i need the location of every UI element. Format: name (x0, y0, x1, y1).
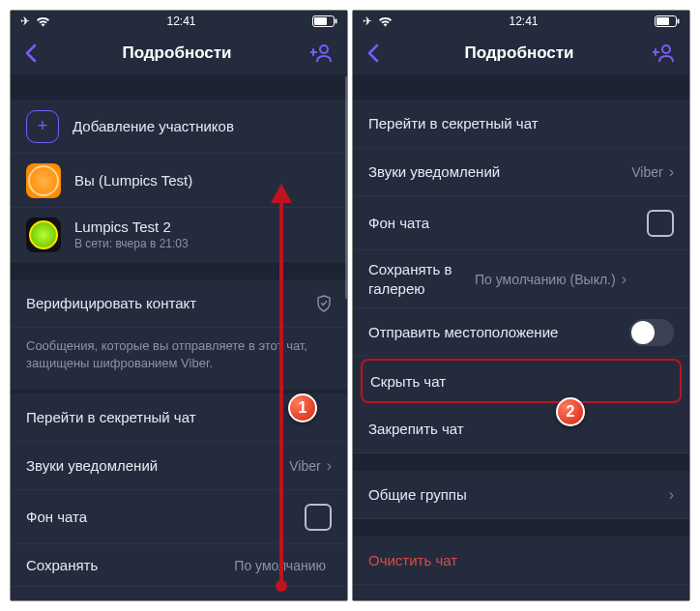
avatar-orange-icon (26, 163, 61, 198)
save-gallery-value: По умолчанию (Выкл.) (475, 272, 616, 287)
plus-icon: + (26, 110, 59, 143)
status-bar: ✈ 12:41 (353, 11, 689, 32)
add-contact-button[interactable] (310, 42, 334, 65)
notification-sounds-value: Viber (289, 458, 320, 474)
secret-chat-row[interactable]: Перейти в секретный чат (353, 100, 689, 148)
chat-background-label: Фон чата (26, 509, 305, 525)
participant-2-row[interactable]: Lumpics Test 2 В сети: вчера в 21:03 (11, 208, 347, 262)
chat-background-row[interactable]: Фон чата (11, 490, 347, 544)
add-contact-button[interactable] (653, 42, 676, 65)
svg-rect-5 (678, 19, 680, 24)
send-location-label: Отправить местоположение (368, 324, 629, 340)
nav-bar: Подробности (353, 32, 689, 74)
chat-background-label: Фон чата (368, 215, 647, 231)
pin-chat-label: Закрепить чат (368, 421, 674, 437)
pin-chat-row[interactable]: Закрепить чат (353, 405, 689, 453)
participant-you-row[interactable]: Вы (Lumpics Test) (11, 154, 347, 208)
clear-chat-label: Очистить чат (368, 552, 674, 568)
svg-rect-1 (335, 19, 337, 24)
status-bar: ✈ 12:41 (11, 11, 347, 32)
background-thumb-icon (305, 504, 332, 531)
notification-sounds-label: Звуки уведомлений (26, 457, 289, 474)
back-button[interactable] (24, 44, 44, 63)
chevron-right-icon: › (669, 163, 674, 181)
verify-contact-label: Верифицировать контакт (26, 295, 316, 311)
airplane-icon: ✈ (20, 15, 30, 28)
encryption-note: Сообщения, которые вы отправляете в этот… (11, 328, 347, 390)
svg-point-3 (320, 45, 328, 53)
notification-sounds-row[interactable]: Звуки уведомлений Viber › (11, 442, 347, 490)
wifi-icon (378, 16, 393, 27)
common-groups-label: Общие группы (368, 486, 669, 503)
status-time: 12:41 (166, 15, 195, 28)
phone-screen-2: ✈ 12:41 Подробности Перейти в секретный … (353, 11, 689, 600)
notification-sounds-row[interactable]: Звуки уведомлений Viber › (353, 148, 689, 196)
secret-chat-label: Перейти в секретный чат (368, 115, 674, 131)
participant-2-name: Lumpics Test 2 (74, 218, 189, 235)
save-gallery-row[interactable]: Сохранять в галерею По умолчанию (Выкл.)… (353, 250, 689, 308)
participant-2-status: В сети: вчера в 21:03 (74, 237, 189, 250)
add-participants-label: Добавление участников (73, 118, 332, 134)
notification-sounds-label: Звуки уведомлений (368, 163, 631, 180)
participant-you-label: Вы (Lumpics Test) (74, 172, 332, 189)
save-gallery-label: Сохранять (26, 557, 234, 573)
annotation-badge-2: 2 (556, 397, 585, 426)
hide-chat-row[interactable]: Скрыть чат (361, 359, 682, 403)
secret-chat-label: Перейти в секретный чат (26, 409, 332, 425)
battery-icon (312, 15, 337, 27)
chevron-right-icon: › (327, 457, 332, 475)
clear-chat-row[interactable]: Очистить чат (353, 537, 689, 585)
add-participants-row[interactable]: + Добавление участников (11, 100, 347, 154)
wifi-icon (36, 16, 50, 27)
svg-rect-6 (656, 17, 669, 25)
send-location-row[interactable]: Отправить местоположение (353, 308, 689, 357)
nav-bar: Подробности (11, 32, 347, 74)
chevron-right-icon: › (622, 271, 627, 288)
chevron-right-icon: › (669, 486, 674, 504)
annotation-badge-1: 1 (288, 393, 317, 422)
verify-contact-row[interactable]: Верифицировать контакт (11, 279, 347, 328)
location-toggle[interactable] (629, 319, 674, 346)
phone-screen-1: ✈ 12:41 Подробности + Добавление участни… (11, 11, 347, 600)
notification-sounds-value: Viber (631, 164, 662, 180)
svg-rect-2 (314, 17, 327, 25)
save-gallery-row[interactable]: Сохранять По умолчанию (11, 544, 347, 587)
nav-title: Подробности (464, 44, 573, 63)
airplane-icon: ✈ (363, 15, 372, 28)
scroll-indicator (345, 76, 347, 299)
status-time: 12:41 (509, 15, 538, 28)
annotation-arrow-up (279, 199, 283, 586)
svg-point-7 (662, 45, 670, 53)
battery-icon (655, 15, 680, 27)
background-thumb-icon (647, 210, 674, 237)
common-groups-row[interactable]: Общие группы › (353, 471, 689, 519)
nav-title: Подробности (122, 44, 231, 63)
back-button[interactable] (366, 44, 386, 63)
shield-icon (316, 295, 332, 312)
chat-background-row[interactable]: Фон чата (353, 196, 689, 250)
save-gallery-label: Сохранять в галерею (368, 260, 475, 298)
hide-chat-label: Скрыть чат (370, 373, 672, 390)
avatar-lime-icon (26, 218, 61, 252)
